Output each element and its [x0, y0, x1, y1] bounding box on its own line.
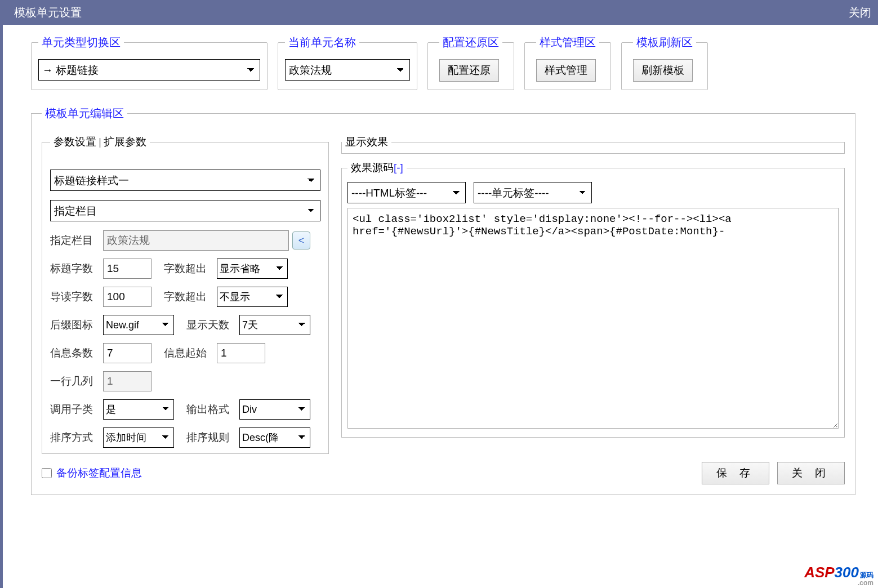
- watermark-logo: ASP300源码 .com: [800, 562, 878, 588]
- style-mgmt-button[interactable]: 样式管理: [536, 59, 596, 82]
- legend-display-effect: 显示效果: [342, 135, 391, 149]
- show-days-select[interactable]: 7天: [239, 315, 310, 335]
- info-count-input[interactable]: [103, 343, 151, 363]
- sort-rule-select[interactable]: Desc(降: [239, 427, 310, 448]
- label-suffix-icon: 后缀图标: [50, 318, 103, 332]
- label-specify-col: 指定栏目: [50, 233, 103, 248]
- collapse-toggle[interactable]: [-]: [394, 162, 403, 173]
- label-output-format: 输出格式: [186, 402, 239, 417]
- group-config-restore: 配置还原区 配置还原: [427, 35, 514, 90]
- close-link[interactable]: 关闭: [849, 5, 871, 20]
- legend-tpl-refresh: 模板刷新区: [633, 35, 696, 50]
- group-display-effect: 显示效果: [341, 135, 845, 154]
- legend-style-mgmt: 样式管理区: [536, 35, 599, 50]
- source-textarea[interactable]: [347, 208, 839, 429]
- current-name-select[interactable]: 政策法规: [285, 59, 410, 81]
- group-edit-area: 模板单元编辑区 参数设置|扩展参数 标题链接样式一 指定栏目 指定栏目: [31, 106, 855, 495]
- close-button[interactable]: 关 闭: [777, 462, 845, 484]
- label-title-len: 标题字数: [50, 261, 103, 276]
- label-show-days: 显示天数: [186, 318, 239, 332]
- title-len-input[interactable]: [103, 259, 151, 279]
- info-start-input[interactable]: [217, 343, 265, 363]
- legend-params: 参数设置|扩展参数: [50, 135, 150, 149]
- cols-per-row-input: [103, 371, 151, 391]
- group-style-mgmt: 样式管理区 样式管理: [524, 35, 611, 90]
- legend-unit-type: 单元类型切换区: [38, 35, 124, 50]
- label-intro-len: 导读字数: [50, 289, 103, 304]
- specify-col-input: [103, 230, 289, 251]
- backup-checkbox-label[interactable]: 备份标签配置信息: [42, 466, 142, 480]
- group-tpl-refresh: 模板刷新区 刷新模板: [621, 35, 708, 90]
- legend-current-name: 当前单元名称: [285, 35, 359, 50]
- group-params: 参数设置|扩展参数 标题链接样式一 指定栏目 指定栏目 < 标题字数: [42, 135, 329, 454]
- backup-checkbox[interactable]: [42, 468, 52, 478]
- legend-edit-area: 模板单元编辑区: [42, 106, 127, 121]
- label-sort-rule: 排序规则: [186, 430, 239, 445]
- group-current-name: 当前单元名称 政策法规: [278, 35, 417, 90]
- label-title-overflow: 字数超出: [164, 261, 217, 276]
- window-title: 模板单元设置: [14, 5, 82, 20]
- tpl-refresh-button[interactable]: 刷新模板: [633, 59, 693, 82]
- group-source-code: 效果源码[-] ----HTML标签--- ----单元标签----: [341, 161, 845, 438]
- group-unit-type: 单元类型切换区 → 标题链接: [31, 35, 268, 90]
- intro-len-input[interactable]: [103, 287, 151, 307]
- legend-source-code: 效果源码[-]: [347, 161, 407, 175]
- call-subclass-select[interactable]: 是: [103, 399, 174, 420]
- label-cols-per-row: 一行几列: [50, 374, 103, 389]
- label-sort-by: 排序方式: [50, 430, 103, 445]
- tab-ext-params[interactable]: 扩展参数: [104, 136, 146, 148]
- label-call-subclass: 调用子类: [50, 402, 103, 417]
- title-overflow-select[interactable]: 显示省略: [217, 259, 288, 279]
- column-select[interactable]: 指定栏目: [50, 200, 320, 221]
- backup-text: 备份标签配置信息: [56, 466, 142, 480]
- intro-overflow-select[interactable]: 不显示: [217, 287, 288, 307]
- legend-config-restore: 配置还原区: [439, 35, 502, 50]
- save-button[interactable]: 保 存: [702, 462, 769, 484]
- suffix-icon-select[interactable]: New.gif: [103, 315, 174, 335]
- label-info-start: 信息起始: [164, 346, 217, 360]
- label-intro-overflow: 字数超出: [164, 289, 217, 304]
- config-restore-button[interactable]: 配置还原: [439, 59, 499, 82]
- output-format-select[interactable]: Div: [239, 399, 310, 420]
- html-tag-select[interactable]: ----HTML标签---: [347, 182, 466, 203]
- sort-by-select[interactable]: 添加时间: [103, 427, 174, 448]
- back-icon[interactable]: <: [292, 231, 310, 250]
- unit-type-select[interactable]: → 标题链接: [38, 59, 260, 81]
- label-info-count: 信息条数: [50, 346, 103, 360]
- tab-params[interactable]: 参数设置: [54, 136, 96, 148]
- style-select[interactable]: 标题链接样式一: [50, 170, 320, 191]
- unit-tag-select[interactable]: ----单元标签----: [474, 182, 592, 203]
